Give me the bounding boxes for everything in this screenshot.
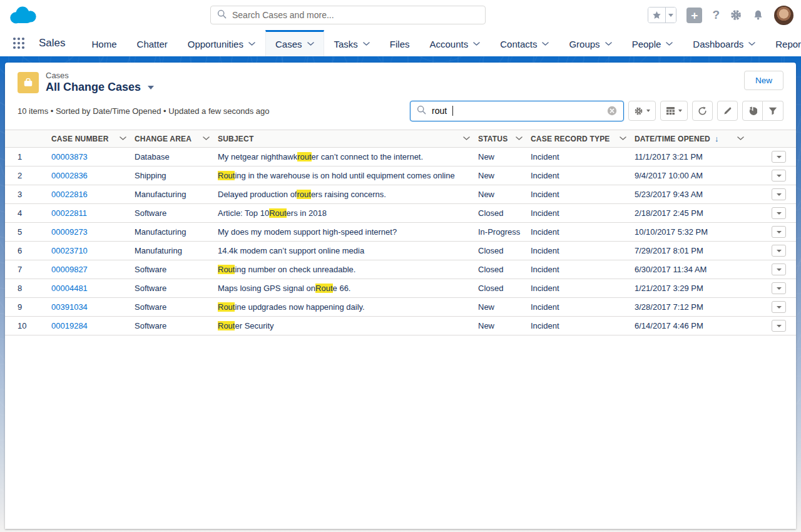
row-actions-button[interactable] <box>772 282 786 294</box>
cell-status: Closed <box>478 204 531 222</box>
row-actions-button[interactable] <box>772 263 786 275</box>
cell-status: Closed <box>478 279 531 297</box>
cell-row-actions <box>752 223 796 241</box>
cell-change-area: Software <box>135 279 218 297</box>
cell-case-record-type: Incident <box>531 260 635 279</box>
row-actions-button[interactable] <box>772 320 786 332</box>
row-number: 4 <box>5 204 51 222</box>
row-actions-button[interactable] <box>772 226 786 238</box>
display-as-button[interactable] <box>660 101 688 121</box>
cell-subject: Routing in the warehouse is on hold unti… <box>218 166 478 185</box>
tab-files[interactable]: Files <box>380 30 420 56</box>
new-button[interactable]: New <box>744 71 783 90</box>
tab-people[interactable]: People <box>622 30 683 56</box>
refresh-button[interactable] <box>692 101 713 121</box>
cell-date-time-opened: 3/28/2017 7:12 PM <box>635 298 752 316</box>
column-header-status[interactable]: STATUS <box>478 130 531 147</box>
list-view-controls-button[interactable] <box>628 101 656 121</box>
column-label: STATUS <box>478 135 508 143</box>
setup-gear-button[interactable] <box>730 9 742 21</box>
tab-cases[interactable]: Cases <box>265 30 324 56</box>
cell-date-time-opened: 2/18/2017 2:45 PM <box>635 204 752 222</box>
caret-down-icon <box>777 269 782 271</box>
tab-accounts[interactable]: Accounts <box>420 30 491 56</box>
column-header-case-record-type[interactable]: CASE RECORD TYPE <box>531 130 635 147</box>
case-number-link[interactable]: 00019284 <box>51 321 88 330</box>
row-actions-button[interactable] <box>772 170 786 182</box>
favorites-dropdown-button[interactable] <box>665 8 676 23</box>
cell-case-number: 00022811 <box>51 204 135 222</box>
case-number-link[interactable]: 00003873 <box>51 152 88 161</box>
case-number-link[interactable]: 00009273 <box>51 227 88 237</box>
tab-dashboards[interactable]: Dashboards <box>683 30 765 56</box>
global-header-actions: + ? <box>648 0 793 30</box>
cell-status: Closed <box>478 242 531 260</box>
table-row: 500009273ManufacturingMy does my modem s… <box>5 223 796 242</box>
global-actions-button[interactable]: + <box>686 8 702 23</box>
tab-chatter[interactable]: Chatter <box>127 30 178 56</box>
case-number-link[interactable]: 00391034 <box>51 302 88 312</box>
filters-button[interactable] <box>763 101 783 121</box>
inline-edit-button[interactable] <box>717 101 738 121</box>
filter-funnel-icon <box>768 107 777 115</box>
case-number-link[interactable]: 00004481 <box>51 284 88 293</box>
chevron-down-icon <box>307 42 314 46</box>
cell-subject: My does my modem support high-speed inte… <box>218 223 478 241</box>
user-avatar[interactable] <box>774 6 793 25</box>
cell-row-actions <box>752 166 796 185</box>
chevron-down-icon <box>363 42 370 46</box>
cell-case-record-type: Incident <box>531 279 635 297</box>
tab-reports[interactable]: Reports <box>765 30 801 56</box>
chevron-down-icon <box>678 110 682 112</box>
row-number: 10 <box>5 317 51 335</box>
row-actions-button[interactable] <box>772 301 786 313</box>
cell-case-record-type: Incident <box>531 166 635 185</box>
case-number-link[interactable]: 00009827 <box>51 265 88 274</box>
tab-home[interactable]: Home <box>82 30 127 56</box>
column-header-change-area[interactable]: CHANGE AREA <box>135 130 218 147</box>
tab-tasks[interactable]: Tasks <box>324 30 380 56</box>
row-actions-button[interactable] <box>772 188 786 200</box>
row-actions-button[interactable] <box>772 245 786 257</box>
column-label: CHANGE AREA <box>135 135 191 143</box>
notifications-bell-button[interactable] <box>752 9 764 21</box>
list-search-input[interactable]: rout <box>410 101 624 121</box>
global-search[interactable] <box>210 6 486 24</box>
clear-search-button[interactable] <box>607 106 617 116</box>
tab-contacts[interactable]: Contacts <box>490 30 559 56</box>
row-actions-button[interactable] <box>772 151 786 163</box>
entity-label: Cases <box>46 71 154 80</box>
column-header-subject[interactable]: SUBJECT <box>218 130 478 147</box>
caret-down-icon <box>777 175 782 177</box>
chevron-down-icon <box>748 42 755 46</box>
table-body: 100003873DatabaseMy netgear nighthawk ro… <box>5 148 796 335</box>
case-number-link[interactable]: 00022816 <box>51 190 88 199</box>
cell-row-actions <box>752 317 796 335</box>
tab-label: Cases <box>275 39 302 49</box>
page-title: All Change Cases <box>46 81 141 94</box>
cell-change-area: Software <box>135 298 218 316</box>
column-header-case-number[interactable]: CASE NUMBER <box>51 130 135 147</box>
list-summary: 10 items • Sorted by Date/Time Opened • … <box>18 106 269 116</box>
list-view-selector-caret[interactable] <box>148 86 154 90</box>
caret-down-icon <box>777 250 782 252</box>
case-number-link[interactable]: 00002836 <box>51 171 88 180</box>
charts-button[interactable] <box>742 101 763 121</box>
case-number-link[interactable]: 00023710 <box>51 246 88 255</box>
cell-status: Closed <box>478 260 531 279</box>
cell-date-time-opened: 11/1/2017 3:21 PM <box>635 148 752 166</box>
cell-case-number: 00022816 <box>51 185 135 203</box>
tab-groups[interactable]: Groups <box>559 30 621 56</box>
tab-opportunities[interactable]: Opportunities <box>178 30 265 56</box>
tab-label: Files <box>390 39 410 49</box>
global-search-input[interactable] <box>232 10 479 20</box>
favorites-star-button[interactable] <box>648 8 665 23</box>
pie-chart-icon <box>748 106 757 116</box>
app-launcher-button[interactable] <box>11 36 26 51</box>
table-row: 200002836ShippingRouting in the warehous… <box>5 166 796 185</box>
help-button[interactable]: ? <box>712 8 720 22</box>
tab-label: Chatter <box>137 39 168 49</box>
column-header-date-time-opened[interactable]: DATE/TIME OPENED↓ <box>635 130 752 147</box>
case-number-link[interactable]: 00022811 <box>51 208 87 218</box>
row-actions-button[interactable] <box>772 207 786 219</box>
